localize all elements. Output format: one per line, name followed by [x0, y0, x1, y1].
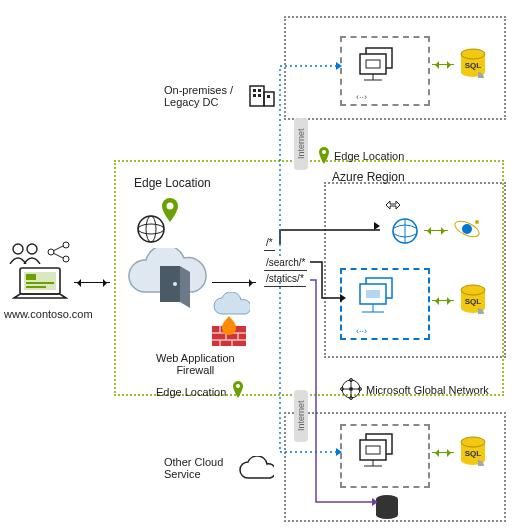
web-cosmos-arrow [424, 230, 448, 231]
svg-text:SQL: SQL [465, 61, 482, 70]
svg-line-6 [53, 253, 63, 258]
svg-rect-29 [250, 86, 264, 106]
svg-rect-33 [253, 94, 256, 97]
svg-rect-67 [360, 440, 386, 460]
onprem-scale-label: ‹··› [356, 92, 367, 102]
autoscale-icon [384, 196, 402, 214]
other-cloud-label: Other Cloud Service [164, 456, 223, 480]
svg-point-27 [236, 384, 240, 388]
building-icon [248, 80, 276, 108]
server-group-icon [356, 46, 400, 84]
onprem-db-arrow [432, 64, 454, 65]
waf-label: Web Application Firewall [156, 352, 235, 376]
route-statics: /statics/* [264, 272, 306, 287]
cosmos-icon [452, 214, 482, 244]
sql-database-icon: SQL [458, 436, 488, 470]
webapp-icon [390, 216, 420, 246]
svg-rect-37 [360, 54, 386, 74]
server-group-icon [356, 276, 400, 316]
svg-point-3 [63, 242, 69, 248]
storage-icon [374, 494, 400, 522]
share-icon [46, 240, 72, 264]
svg-point-47 [475, 220, 479, 224]
svg-point-0 [13, 244, 23, 254]
svg-point-46 [462, 224, 472, 234]
svg-rect-32 [258, 89, 261, 92]
route-root: /* [264, 236, 275, 251]
location-pin-icon [230, 380, 246, 400]
azure-scale-label: ‹··› [356, 326, 367, 336]
firewall-icon [210, 316, 248, 348]
svg-rect-34 [258, 94, 261, 97]
sql-database-icon: SQL [458, 48, 488, 82]
edge-location-marker-label-1: Edge Location [156, 386, 226, 398]
domain-label: www.contoso.com [4, 308, 93, 320]
svg-point-14 [138, 224, 164, 234]
svg-point-57 [349, 387, 353, 391]
client-to-edge-arrow [74, 282, 110, 283]
cloud-icon [236, 456, 274, 482]
laptop-icon [12, 266, 68, 304]
svg-rect-30 [264, 92, 274, 106]
svg-rect-11 [26, 286, 46, 288]
svg-text:SQL: SQL [465, 297, 482, 306]
svg-rect-9 [26, 274, 36, 280]
location-pin-icon [316, 146, 332, 166]
svg-point-17 [173, 282, 177, 286]
users-icon [8, 242, 42, 264]
internet-pipe-top: Internet [294, 118, 308, 170]
edge-out-arrow [212, 282, 256, 283]
svg-point-2 [48, 249, 54, 255]
svg-point-28 [322, 150, 326, 154]
edge-location-marker-label-2: Edge Location [334, 150, 404, 162]
svg-rect-50 [366, 290, 380, 298]
svg-rect-31 [253, 89, 256, 92]
svg-point-15 [146, 216, 156, 242]
other-db-arrow [432, 452, 454, 453]
cloud-icon [210, 292, 250, 318]
svg-rect-35 [267, 95, 270, 98]
edge-location-label: Edge Location [134, 176, 211, 190]
onprem-label: On-premises / Legacy DC [164, 84, 233, 108]
svg-point-12 [167, 203, 174, 210]
server-group-icon [356, 432, 400, 470]
network-globe-icon [340, 378, 362, 400]
cloud-front-door-icon [120, 248, 210, 312]
svg-rect-10 [26, 282, 54, 284]
internet-pipe-bottom: Internet [294, 390, 308, 442]
globe-icon [136, 214, 166, 244]
svg-line-5 [53, 246, 63, 251]
msgn-label: Microsoft Global Network [366, 384, 489, 396]
svg-text:SQL: SQL [465, 449, 482, 458]
azure-db-arrow [432, 300, 454, 301]
azure-region-label: Azure Region [332, 170, 405, 184]
svg-point-4 [63, 256, 69, 262]
svg-point-1 [27, 244, 37, 254]
svg-point-13 [138, 216, 164, 242]
route-search: /search/* [264, 256, 307, 271]
sql-database-icon: SQL [458, 284, 488, 318]
